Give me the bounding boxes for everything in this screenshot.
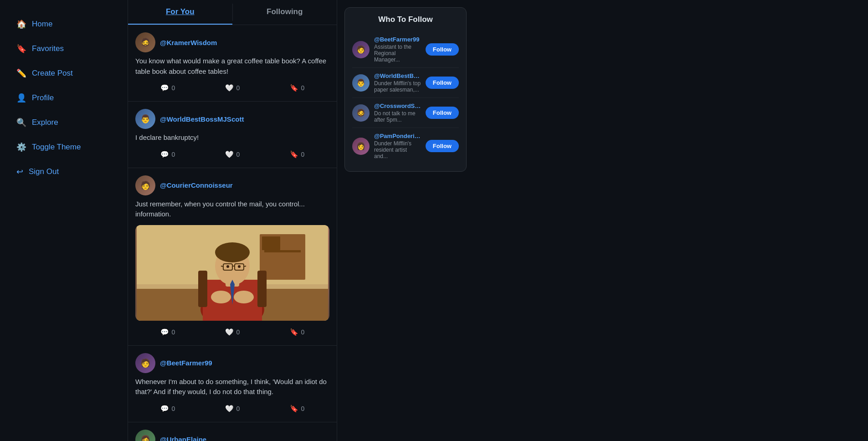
post-content: Whenever I'm about to do something, I th… [135,377,329,397]
post-header: 👨 @WorldBestBossMJScott [135,109,329,129]
comment-count: 0 [172,84,175,92]
sidebar-item-label: Home [32,20,52,29]
follow-button-4[interactable]: Follow [426,140,459,152]
comment-icon: 💬 [160,405,169,413]
bookmark-action[interactable]: 🔖 0 [265,326,329,338]
comment-action[interactable]: 💬 0 [135,82,200,94]
sidebar-item-label: Profile [32,93,54,103]
like-icon: 🤍 [225,84,234,92]
follow-button-3[interactable]: Follow [426,107,459,119]
sidebar-item-toggle-theme[interactable]: ⚙️ Toggle Theme [9,137,118,158]
post-image-svg [135,225,329,321]
who-to-follow-panel: Who To Follow 🧑 @BeetFarmer99 Assistant … [344,7,467,172]
follow-info: @CrosswordStanl... Do not talk to me aft… [374,103,421,123]
bookmark-action[interactable]: 🔖 0 [265,403,329,415]
sidebar-item-label: Create Post [32,69,73,78]
like-count: 0 [236,151,240,158]
avatar: 👩 [352,138,370,155]
post-username[interactable]: @BeetFarmer99 [160,359,212,367]
comment-count: 0 [172,405,175,412]
like-action[interactable]: 🤍 0 [200,326,265,338]
comment-count: 0 [172,151,175,158]
comment-count: 0 [172,328,175,336]
avatar: 🧔 [135,32,155,52]
like-icon: 🤍 [225,405,234,413]
post-2: 👨 @WorldBestBossMJScott I declare bankru… [128,102,337,168]
post-username[interactable]: @UrbanElaine [160,436,206,441]
bookmark-count: 0 [301,84,305,92]
bookmark-count: 0 [301,151,305,158]
comment-icon: 💬 [160,84,169,92]
post-1: 🧔 @KramerWisdom You know what would make… [128,25,337,102]
favorites-icon: 🔖 [16,44,26,54]
sidebar-item-sign-out[interactable]: ↩ Sign Out [9,161,118,182]
bookmark-count: 0 [301,328,305,336]
like-action[interactable]: 🤍 0 [200,82,265,94]
avatar: 👩 [135,430,155,441]
sidebar-item-explore[interactable]: 🔍 Explore [9,112,118,133]
follow-username[interactable]: @PamPonderings [374,133,421,139]
avatar: 👨 [135,109,155,129]
avatar: 🧑 [135,353,155,373]
bookmark-action[interactable]: 🔖 0 [265,149,329,160]
like-icon: 🤍 [225,328,234,336]
follow-info: @WorldBestBoss... Dunder Mifflin's top p… [374,72,421,93]
svg-point-16 [226,265,229,268]
sidebar-item-home[interactable]: 🏠 Home [9,14,118,35]
post-username[interactable]: @WorldBestBossMJScott [160,115,244,123]
follow-suggestion-2: 👨 @WorldBestBoss... Dunder Mifflin's top… [352,68,459,98]
like-action[interactable]: 🤍 0 [200,149,265,160]
post-username[interactable]: @KramerWisdom [160,39,217,46]
follow-username[interactable]: @CrosswordStanl... [374,103,421,109]
tab-following[interactable]: Following [233,0,337,25]
follow-description: Dunder Mifflin's top paper salesman,... [374,80,421,93]
svg-rect-4 [262,236,280,250]
like-action[interactable]: 🤍 0 [200,403,265,415]
like-count: 0 [236,328,240,336]
sidebar-item-profile[interactable]: 👤 Profile [9,87,118,108]
comment-icon: 💬 [160,328,169,336]
sign-out-icon: ↩ [16,167,23,177]
svg-point-10 [215,242,250,262]
avatar: 👨 [352,74,370,92]
avatar: 🧑 [135,175,155,195]
like-count: 0 [236,405,240,412]
post-username[interactable]: @CourierConnoisseur [160,181,233,189]
sidebar-item-create-post[interactable]: ✏️ Create Post [9,63,118,84]
explore-icon: 🔍 [16,118,26,128]
post-actions: 💬 0 🤍 0 🔖 0 [135,149,329,160]
comment-action[interactable]: 💬 0 [135,403,200,415]
follow-button-1[interactable]: Follow [426,43,459,56]
svg-line-15 [244,266,246,267]
follow-suggestion-3: 🧔 @CrosswordStanl... Do not talk to me a… [352,98,459,128]
follow-button-2[interactable]: Follow [426,77,459,89]
post-3: 🧑 @CourierConnoisseur Just remember, whe… [128,168,337,346]
follow-suggestion-4: 👩 @PamPonderings Dunder Mifflin's reside… [352,128,459,164]
svg-line-14 [221,266,223,267]
comment-action[interactable]: 💬 0 [135,149,200,160]
sidebar-item-favorites[interactable]: 🔖 Favorites [9,38,118,59]
comment-action[interactable]: 💬 0 [135,326,200,338]
post-actions: 💬 0 🤍 0 🔖 0 [135,82,329,94]
svg-point-17 [238,265,241,268]
comment-icon: 💬 [160,150,169,159]
bookmark-icon: 🔖 [290,405,298,413]
bookmark-action[interactable]: 🔖 0 [265,82,329,94]
follow-description: Dunder Mifflin's resident artist and... [374,140,421,159]
follow-description: Assistant to the Regional Manager... [374,44,421,63]
sidebar-item-label: Sign Out [29,167,59,176]
bookmark-count: 0 [301,405,305,412]
svg-point-18 [211,291,231,303]
post-actions: 💬 0 🤍 0 🔖 0 [135,403,329,415]
follow-username[interactable]: @WorldBestBoss... [374,72,421,79]
who-to-follow-title: Who To Follow [352,15,459,24]
like-icon: 🤍 [225,150,234,159]
svg-point-19 [234,291,254,303]
post-actions: 💬 0 🤍 0 🔖 0 [135,326,329,338]
svg-rect-21 [257,271,267,307]
tab-for-you[interactable]: For You [128,0,232,25]
follow-username[interactable]: @BeetFarmer99 [374,36,421,43]
sidebar-item-label: Explore [32,118,58,127]
post-content: I declare bankruptcy! [135,133,329,143]
post-header: 👩 @UrbanElaine [135,430,329,441]
